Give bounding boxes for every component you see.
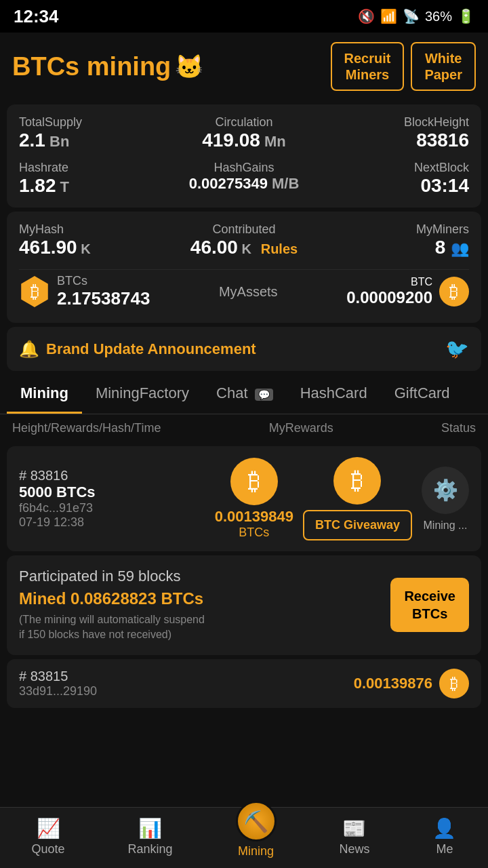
tab-giftcard[interactable]: GiftCard: [381, 375, 464, 414]
participated-title: Participated in 59 blocks: [19, 568, 205, 585]
block-row-83815: # 83815 33d91...29190 0.00139876 ₿: [7, 659, 481, 708]
news-icon: 📰: [342, 817, 366, 840]
block-reward-83815: 0.00139876: [354, 675, 432, 692]
my-miners-label: MyMiners: [323, 222, 469, 237]
battery-level: 36%: [425, 9, 452, 24]
next-block-label: NextBlock: [323, 161, 469, 175]
hashrate-value: 1.82 T: [19, 175, 165, 197]
next-block-stat: NextBlock 03:14: [323, 161, 469, 197]
signal-icon: 📡: [403, 8, 420, 24]
assets-row: ₿ BTCs 2.17538743 MyAssets BTC 0.0000920…: [19, 269, 469, 312]
next-block-value: 03:14: [323, 175, 469, 197]
nav-mining[interactable]: ⛏️ Mining: [236, 814, 277, 859]
miners-icon: 👥: [451, 240, 469, 257]
tab-chat[interactable]: Chat 💬: [203, 375, 287, 414]
btc-coin-icon-2: ₿: [333, 457, 381, 505]
status-time: 12:34: [14, 6, 59, 27]
mined-amount: Mined 0.08628823 BTCs: [19, 589, 205, 608]
mute-icon: 🔇: [358, 8, 375, 24]
total-supply-label: TotalSupply: [19, 115, 165, 130]
mining-status-icon: ⚙️: [422, 467, 469, 514]
nav-me[interactable]: 👤 Me: [432, 817, 456, 856]
receive-btcs-button[interactable]: ReceiveBTCs: [390, 578, 469, 632]
my-assets-label: MyAssets: [219, 284, 278, 300]
block-height-label: BlockHeight: [323, 115, 469, 130]
table-header-row: Height/Rewards/Hash/Time MyRewards Statu…: [0, 414, 488, 442]
block-id-83815: # 83815: [19, 669, 97, 684]
my-hash-label: MyHash: [19, 222, 165, 237]
white-paper-button[interactable]: WhitePaper: [411, 42, 476, 91]
btc-coin-icon-1: ₿: [230, 458, 278, 505]
btcs-value: 2.17538743: [57, 288, 150, 309]
nav-ranking[interactable]: 📊 Ranking: [128, 817, 173, 856]
nav-news[interactable]: 📰 News: [339, 817, 369, 856]
hash-gains-label: HashGains: [171, 161, 317, 175]
logo-text: BTCs mining: [12, 52, 171, 81]
chat-badge: 💬: [255, 389, 273, 401]
tabs-container: Mining MiningFactory Chat 💬 HashCard Gif…: [0, 375, 488, 414]
status-bar: 12:34 🔇 📶 📡 36% 🔋: [0, 0, 488, 33]
btcs-label: BTCs: [57, 274, 150, 288]
mining-status-label: Mining ...: [424, 519, 468, 532]
block-hash-83815: 33d91...29190: [19, 684, 97, 698]
contributed-label: Contributed: [171, 222, 317, 237]
header-buttons: RecruitMiners WhitePaper: [331, 42, 476, 91]
tab-miningfactory[interactable]: MiningFactory: [82, 375, 203, 414]
app-header: BTCs mining 🐱 RecruitMiners WhitePaper: [0, 33, 488, 100]
recruit-miners-button[interactable]: RecruitMiners: [331, 42, 405, 91]
battery-icon: 🔋: [458, 8, 474, 24]
bottom-nav: 📈 Quote 📊 Ranking ⛏️ Mining 📰 News 👤 Me: [0, 807, 488, 868]
hash-gains-stat: HashGains 0.00275349 M/B: [171, 161, 317, 197]
participated-card: Participated in 59 blocks Mined 0.086288…: [7, 555, 481, 655]
btcs-hex-icon: ₿: [19, 276, 50, 307]
rules-link[interactable]: Rules: [261, 241, 298, 256]
btc-giveaway-button[interactable]: BTC Giveaway: [303, 510, 412, 540]
my-miners-value: 8 👥: [323, 237, 469, 258]
col2-header: MyRewards: [269, 421, 333, 435]
speaker-icon: 🔔: [19, 340, 39, 359]
tab-mining[interactable]: Mining: [7, 375, 82, 414]
btc-amount-box: 0.00139849 BTCs: [215, 508, 293, 540]
hash-gains-value: 0.00275349 M/B: [171, 175, 317, 193]
block-height-value: 83816: [323, 130, 469, 151]
quote-label: Quote: [31, 842, 64, 856]
entry-block-id: # 83816: [19, 468, 205, 484]
circulation-value: 419.08 Mn: [171, 130, 317, 151]
entry-time: 07-19 12:38: [19, 515, 205, 530]
my-hash-value: 461.90 K: [19, 237, 165, 258]
network-stats-card: TotalSupply 2.1 Bn Circulation 419.08 Mn…: [7, 104, 481, 208]
wifi-icon: 📶: [380, 8, 397, 24]
entry-amount: 5000 BTCs: [19, 484, 205, 501]
total-supply-value: 2.1 Bn: [19, 130, 165, 151]
btc-amount-unit: BTCs: [215, 526, 293, 540]
btc-amount-val: 0.00139849: [215, 508, 293, 526]
block-btc-icon: ₿: [439, 669, 469, 698]
tab-hashcard[interactable]: HashCard: [287, 375, 381, 414]
me-icon: 👤: [432, 817, 456, 840]
col1-header: Height/Rewards/Hash/Time: [12, 421, 161, 435]
ranking-label: Ranking: [128, 842, 173, 856]
mining-entry-83816: # 83816 5000 BTCs f6b4c...91e73 07-19 12…: [7, 446, 481, 551]
nav-quote[interactable]: 📈 Quote: [31, 817, 64, 856]
hashrate-stat: Hashrate 1.82 T: [19, 161, 165, 197]
btc-value: 0.00009200: [346, 288, 432, 307]
my-miners-stat: MyMiners 8 👥: [323, 222, 469, 258]
entry-info: # 83816 5000 BTCs f6b4c...91e73 07-19 12…: [19, 468, 205, 530]
btc-circle-icon: ₿: [439, 277, 469, 307]
announcement-text: Brand Update Announcement: [46, 340, 256, 358]
mining-note: (The mining will automatically suspendif…: [19, 612, 205, 643]
entry-hash: f6b4c...91e73: [19, 501, 205, 515]
circulation-label: Circulation: [171, 115, 317, 130]
quote-icon: 📈: [37, 817, 60, 840]
hashrate-label: Hashrate: [19, 161, 165, 175]
ranking-icon: 📊: [138, 817, 162, 840]
my-stats-card: MyHash 461.90 K Contributed 46.00 K Rule…: [7, 212, 481, 323]
twitter-icon[interactable]: 🐦: [445, 338, 469, 360]
block-height-stat: BlockHeight 83816: [323, 115, 469, 151]
contributed-value: 46.00 K Rules: [171, 237, 317, 258]
mining-nav-icon: ⛏️: [236, 801, 277, 842]
my-hash-stat: MyHash 461.90 K: [19, 222, 165, 258]
announcement-banner[interactable]: 🔔 Brand Update Announcement 🐦: [7, 327, 481, 371]
circulation-stat: Circulation 419.08 Mn: [171, 115, 317, 151]
news-label: News: [339, 842, 369, 856]
